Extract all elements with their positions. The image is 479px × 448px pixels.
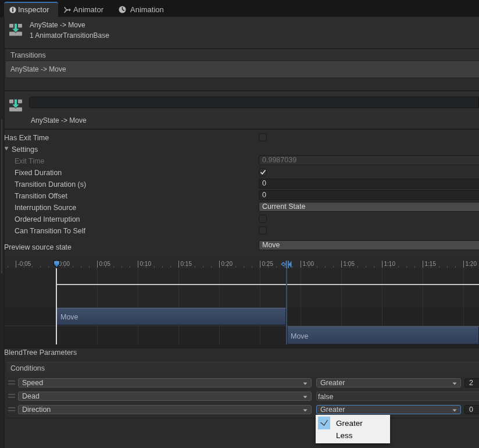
svg-text:1:20: 1:20 xyxy=(466,261,477,267)
svg-text:1:00: 1:00 xyxy=(303,261,314,267)
svg-text:1:10: 1:10 xyxy=(384,261,396,267)
svg-text:1:05: 1:05 xyxy=(344,261,355,267)
svg-text:1:15: 1:15 xyxy=(425,261,437,267)
svg-text:0:20: 0:20 xyxy=(221,261,233,267)
svg-text:0:15: 0:15 xyxy=(181,261,192,267)
svg-text:0:05: 0:05 xyxy=(99,261,111,267)
svg-text:-0:05: -0:05 xyxy=(18,261,31,267)
svg-text:0:10: 0:10 xyxy=(140,261,152,267)
svg-text:0:25: 0:25 xyxy=(262,261,274,267)
